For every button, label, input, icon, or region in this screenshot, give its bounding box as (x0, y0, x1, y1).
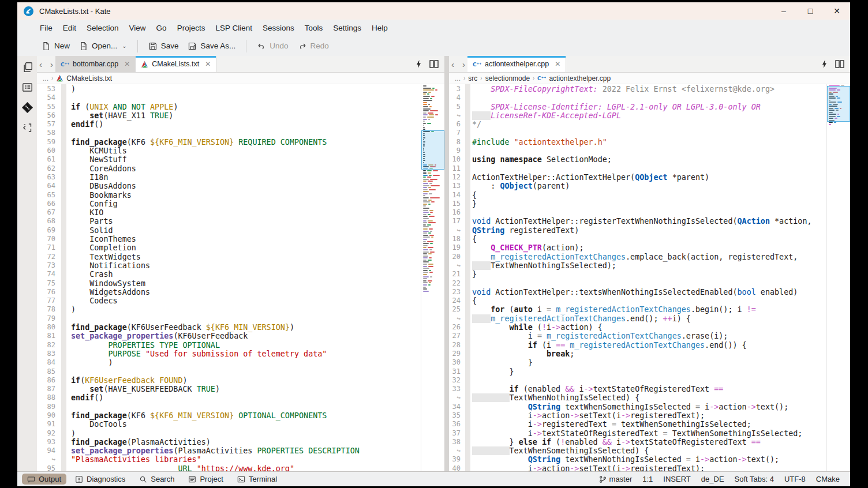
maximize-button[interactable]: □ (797, 2, 824, 20)
rail-git-button[interactable] (22, 102, 33, 113)
minimap-viewport[interactable] (827, 86, 850, 122)
code-token: -> (570, 411, 579, 420)
tab-actiontexthelper-cpp[interactable]: C++actiontexthelper.cpp✕ (467, 56, 566, 72)
status-master[interactable]: master (599, 475, 633, 483)
tab-bottombar-cpp[interactable]: C++bottombar.cpp✕ (55, 56, 136, 72)
minimap-segment (423, 231, 429, 232)
menu-sessions[interactable]: Sessions (257, 21, 300, 35)
minimap-segment (427, 170, 431, 171)
quick-open-button[interactable] (822, 60, 827, 68)
code-line: 65 Bookmarks (37, 191, 421, 200)
minimap-row (423, 251, 443, 253)
tab-close-icon[interactable]: ✕ (124, 60, 130, 68)
save-button[interactable]: Save (144, 39, 184, 54)
open-button[interactable]: Open...⌄ (74, 39, 132, 54)
code-token (472, 403, 528, 411)
breadcrumb-item[interactable]: ... (455, 74, 461, 82)
tab-bar-left: ‹›C++bottombar.cpp✕CMakeLists.txt✕ (37, 56, 444, 73)
minimap-row (423, 191, 443, 192)
code-token (472, 243, 491, 252)
history-forward-icon[interactable]: › (50, 59, 53, 69)
code-token (472, 305, 491, 314)
menu-lsp-client[interactable]: LSP Client (210, 21, 257, 35)
minimap-scrollbar[interactable] (421, 84, 444, 471)
tab-CMakeLists-txt[interactable]: CMakeLists.txt✕ (136, 56, 216, 72)
code-token: = (547, 305, 551, 314)
status-utf-8[interactable]: UTF-8 (784, 475, 806, 483)
code-token: auto (514, 305, 533, 314)
breadcrumb-item[interactable]: selectionmode (485, 74, 530, 82)
code-line: 80find_package(KF6UserFeedback ${KF6_MIN… (37, 323, 421, 332)
menu-view[interactable]: View (124, 21, 151, 35)
toolview-output-button[interactable]: Output (22, 474, 66, 485)
new-button[interactable]: New (37, 39, 74, 54)
code-line: 22 (449, 279, 827, 288)
history-back-icon[interactable]: ‹ (39, 59, 42, 69)
menu-file[interactable]: File (35, 21, 58, 35)
rail-documents-button[interactable] (22, 62, 33, 73)
history-back-icon[interactable]: ‹ (451, 59, 454, 69)
tab-close-icon[interactable]: ✕ (555, 60, 560, 68)
menu-edit[interactable]: Edit (58, 21, 81, 35)
rail-symbols-button[interactable] (22, 122, 33, 133)
breadcrumb-item[interactable]: src (468, 74, 477, 82)
code-line: 38 } else if (!enabled && i->textStateOf… (449, 438, 827, 446)
line-number: 58 (37, 129, 58, 137)
line-number: 36 (449, 420, 463, 429)
toolview-diagnostics-button[interactable]: Diagnostics (70, 474, 130, 485)
status-1-1[interactable]: 1:1 (642, 475, 653, 483)
breadcrumb-item[interactable]: actiontexthelper.cpp (549, 74, 611, 82)
minimap-segment (428, 266, 433, 267)
code-token: QObject (500, 182, 532, 190)
code-line: 12ActionTextHelper::ActionTextHelper(QOb… (449, 173, 827, 182)
minimap-segment (423, 214, 426, 215)
split-view-button[interactable] (429, 60, 439, 68)
minimap-row (423, 235, 443, 236)
minimap-segment (423, 121, 425, 122)
code-token: textWhenNothingIsSelected (560, 455, 686, 464)
status-cmake[interactable]: CMake (816, 475, 840, 483)
menu-tools[interactable]: Tools (300, 21, 328, 35)
code-line: ↪QString registeredText) (449, 226, 827, 235)
code-token: endif (71, 393, 94, 402)
line-number: 30 (449, 358, 463, 367)
minimap-row (423, 237, 443, 238)
code-token: Completion (71, 243, 136, 252)
minimap-viewport[interactable] (421, 130, 444, 170)
split-view-button[interactable] (835, 60, 844, 68)
toolview-search-button[interactable]: Search (134, 474, 179, 485)
tab-close-icon[interactable]: ✕ (205, 60, 211, 68)
close-button[interactable]: ✕ (824, 2, 850, 20)
minimize-button[interactable]: – (770, 2, 797, 20)
code-token: ${KF6_MIN_VERSION} (206, 323, 290, 332)
editor-pane-right: ‹›C++actiontexthelper.cpp✕...›src›select… (449, 56, 850, 471)
menu-selection[interactable]: Selection (81, 21, 124, 35)
menu-go[interactable]: Go (151, 21, 172, 35)
pane-splitter[interactable] (444, 56, 449, 471)
rail-filesystem-button[interactable] (22, 82, 33, 93)
code-token: () (94, 393, 103, 402)
status-soft-tabs-4[interactable]: Soft Tabs: 4 (735, 475, 774, 483)
minimap-segment (423, 177, 426, 178)
code-token: KF6UserFeedback_FOUND (85, 376, 182, 385)
history-forward-icon[interactable]: › (462, 59, 465, 69)
toolview-terminal-button[interactable]: Terminal (232, 474, 282, 485)
code-token (472, 393, 510, 402)
minimap-segment (423, 278, 427, 279)
status-insert[interactable]: INSERT (663, 475, 690, 483)
line-number: 71 (37, 243, 58, 252)
minimap-scrollbar[interactable] (826, 84, 850, 471)
code-editor-left[interactable]: 53)5455if (UNIX AND NOT APPLE)56 set(HAV… (37, 84, 444, 471)
quick-open-button[interactable] (416, 60, 421, 68)
minimap-segment (423, 235, 428, 236)
status-de-de[interactable]: de_DE (701, 475, 724, 483)
breadcrumb-item[interactable]: CMakeLists.txt (66, 74, 112, 82)
code-editor-right[interactable]: 3 SPDX-FileCopyrightText: 2022 Felix Ern… (449, 84, 850, 471)
menu-help[interactable]: Help (366, 21, 393, 35)
saveas-button[interactable]: Save As... (183, 39, 240, 54)
toolview-project-button[interactable]: Project (183, 474, 228, 485)
menu-projects[interactable]: Projects (172, 21, 211, 35)
minimap-row (423, 204, 443, 205)
menu-settings[interactable]: Settings (328, 21, 366, 35)
breadcrumb-item[interactable]: ... (43, 74, 48, 82)
